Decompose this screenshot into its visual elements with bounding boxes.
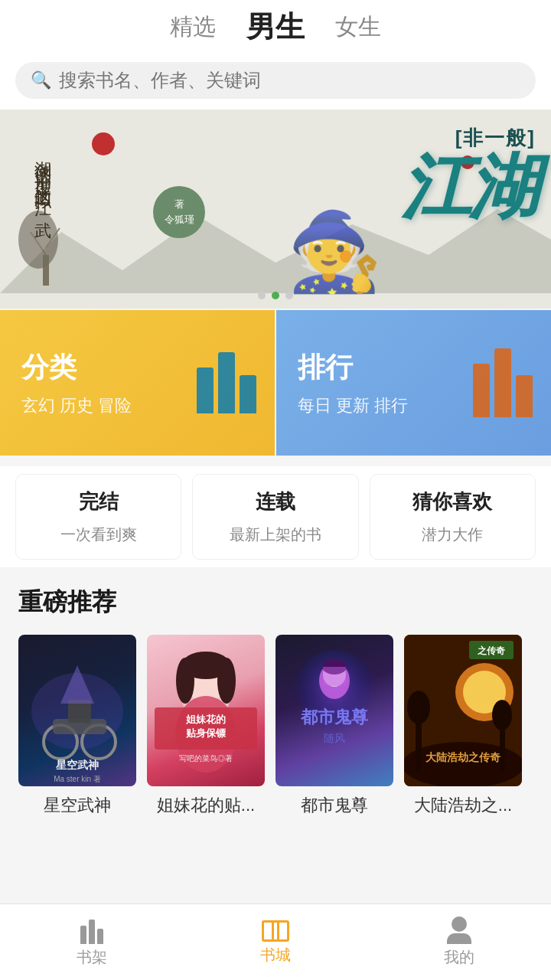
banner[interactable]: 湖剑侠 别世虚 这的拟 江，武 著 令狐瑾 🧙 [非一般] 江湖 — [0, 109, 551, 309]
book-name-4: 大陆浩劫之... — [404, 794, 522, 817]
book-cover-4: 之传奇 大陆浩劫之传奇 — [404, 635, 522, 786]
svg-text:贴身保镖: 贴身保镖 — [185, 727, 227, 739]
svg-point-34 — [407, 691, 430, 724]
svg-text:写吧的菜鸟◎著: 写吧的菜鸟◎著 — [179, 754, 233, 763]
category-icon-books-paixing — [473, 348, 533, 417]
tab-bar: 书架 书城 我的 — [0, 903, 551, 980]
quick-card-sub-lianzai: 最新上架的书 — [201, 524, 350, 545]
quick-card-wanjie[interactable]: 完结 一次看到爽 — [15, 474, 181, 560]
category-card-fenglei[interactable]: 分类 玄幻 历史 冒险 — [0, 310, 275, 456]
svg-rect-26 — [323, 667, 346, 686]
book-bar-4 — [473, 364, 490, 417]
book-bar-1 — [197, 368, 214, 413]
search-input[interactable] — [59, 70, 520, 91]
deco-circle-1 — [92, 132, 115, 155]
svg-text:随风: 随风 — [324, 732, 345, 744]
book-item-3[interactable]: 都市鬼尊 随风 都市鬼尊 — [276, 635, 393, 817]
banner-title-block: [非一般] 江湖 — [401, 125, 536, 222]
quick-card-sub-wanjie: 一次看到爽 — [24, 524, 173, 545]
recommend-title: 重磅推荐 — [18, 588, 116, 616]
top-navigation: 精选 男生 女生 — [0, 0, 551, 53]
book-name-1: 星空武神 — [18, 794, 136, 817]
quick-card-title-wanjie: 完结 — [24, 488, 173, 515]
svg-point-15 — [176, 658, 194, 704]
book-item-1[interactable]: 星空武神 Ma ster kin 著 星空武神 — [18, 635, 136, 817]
book-bar-3 — [240, 375, 256, 413]
svg-point-36 — [492, 700, 512, 730]
tab-item-bookshelf[interactable]: 书架 — [0, 916, 184, 968]
quick-card-lianzai[interactable]: 连载 最新上架的书 — [192, 474, 358, 560]
book-bar-5 — [494, 348, 511, 417]
category-row: 分类 玄幻 历史 冒险 排行 每日 更新 排行 — [0, 310, 551, 456]
recommend-section-header: 重磅推荐 — [0, 567, 551, 630]
book-item-2[interactable]: 姐妹花的 贴身保镖 写吧的菜鸟◎著 姐妹花的贴... — [147, 635, 265, 817]
book-bar-2 — [218, 352, 235, 413]
nav-item-nvsheng[interactable]: 女生 — [335, 11, 381, 43]
quick-card-title-guess: 猜你喜欢 — [378, 488, 527, 515]
book-cover-3: 都市鬼尊 随风 — [276, 635, 393, 786]
nav-item-jingxuan[interactable]: 精选 — [170, 11, 216, 43]
svg-text:Ma ster kin 著: Ma ster kin 著 — [54, 775, 101, 783]
book-name-3: 都市鬼尊 — [276, 794, 393, 817]
search-bar: 🔍 — [0, 53, 551, 109]
book-cover-art-1: 星空武神 Ma ster kin 著 — [18, 635, 136, 786]
book-item-4[interactable]: 之传奇 大陆浩劫之传奇 大陆浩劫之... — [404, 635, 522, 817]
category-card-paixing[interactable]: 排行 每日 更新 排行 — [276, 310, 551, 456]
bookopen-icon — [262, 919, 289, 942]
book-bar-6 — [516, 375, 533, 417]
figure-silhouette: 🧙 — [287, 207, 383, 297]
quick-card-sub-guess: 潜力大作 — [378, 524, 527, 545]
banner-dots — [258, 292, 293, 299]
dot-3 — [285, 292, 293, 299]
tab-item-bookstore[interactable]: 书城 — [184, 919, 367, 965]
category-icon-books-fenglei — [197, 352, 256, 413]
dot-2 — [272, 292, 279, 299]
book-grid: 星空武神 Ma ster kin 著 星空武神 姐妹花的 贴身保镖 — [0, 630, 551, 832]
svg-text:姐妹花的: 姐妹花的 — [185, 714, 226, 725]
quick-card-title-lianzai: 连载 — [201, 488, 350, 515]
person-icon — [447, 916, 471, 944]
book-cover-art-2: 姐妹花的 贴身保镖 写吧的菜鸟◎著 — [147, 635, 265, 786]
search-icon: 🔍 — [31, 70, 51, 90]
book-name-2: 姐妹花的贴... — [147, 794, 265, 817]
book-cover-1: 星空武神 Ma ster kin 著 — [18, 635, 136, 786]
svg-text:星空武神: 星空武神 — [55, 759, 99, 771]
banner-left-text: 湖剑侠 别世虚 这的拟 江，武 — [31, 148, 54, 211]
bookshelf-icon — [80, 916, 103, 944]
banner-author-badge: 著 令狐瑾 — [153, 186, 205, 238]
quick-links: 完结 一次看到爽 连载 最新上架的书 猜你喜欢 潜力大作 — [0, 466, 551, 567]
svg-text:大陆浩劫之传奇: 大陆浩劫之传奇 — [425, 751, 501, 763]
tab-label-mine: 我的 — [444, 947, 474, 968]
tab-item-mine[interactable]: 我的 — [367, 916, 551, 968]
nav-item-nansheng[interactable]: 男生 — [246, 8, 305, 47]
dot-1 — [258, 292, 266, 299]
book-cover-art-3: 都市鬼尊 随风 — [276, 635, 393, 786]
quick-card-guess[interactable]: 猜你喜欢 潜力大作 — [370, 474, 536, 560]
svg-point-16 — [217, 658, 236, 704]
book-cover-art-4: 之传奇 大陆浩劫之传奇 — [404, 635, 522, 786]
book-cover-2: 姐妹花的 贴身保镖 写吧的菜鸟◎著 — [147, 635, 265, 786]
tab-label-bookstore: 书城 — [260, 945, 291, 965]
tab-label-bookshelf: 书架 — [77, 947, 107, 968]
svg-text:都市鬼尊: 都市鬼尊 — [300, 707, 369, 727]
svg-text:之传奇: 之传奇 — [477, 645, 506, 656]
